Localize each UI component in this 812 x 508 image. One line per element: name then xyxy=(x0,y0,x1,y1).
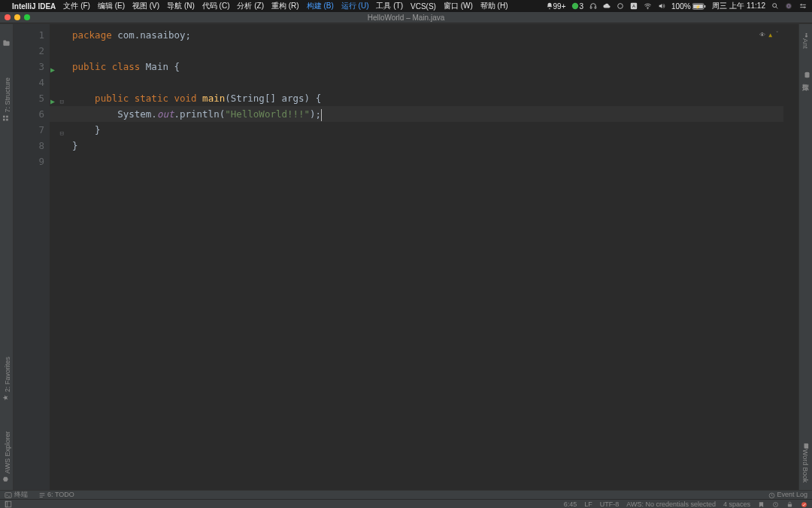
chevron-icon: ˇ xyxy=(775,27,779,43)
svg-point-15 xyxy=(804,7,805,8)
line-number: 1 xyxy=(14,27,44,43)
code-line: package com.nasaiboy; xyxy=(72,27,798,43)
indent-status[interactable]: 4 spaces xyxy=(723,500,750,508)
status-icon[interactable] xyxy=(801,500,807,507)
line-number: 9 xyxy=(14,154,44,169)
svg-point-14 xyxy=(801,5,802,6)
bell-icon[interactable]: 99+ xyxy=(546,2,566,11)
line-number: 8 xyxy=(14,138,44,154)
macos-menubar: IntelliJ IDEA 文件 (F) 编辑 (E) 视图 (V) 导航 (N… xyxy=(0,0,812,12)
line-number: 7⊟ xyxy=(14,122,44,138)
left-tool-strip: 7: Structure 2: Favorites AWS Explorer xyxy=(0,24,14,490)
todo-tool[interactable]: 6: TODO xyxy=(38,491,74,499)
circle-icon[interactable] xyxy=(617,2,624,10)
svg-rect-23 xyxy=(5,492,11,497)
cloud-icon[interactable] xyxy=(603,2,611,10)
lock-icon[interactable] xyxy=(786,500,793,507)
close-window[interactable] xyxy=(5,14,11,20)
ant-tool[interactable]: Ant xyxy=(801,32,810,49)
line-number: 3▶ xyxy=(14,59,44,75)
right-tool-strip: Ant 数据库 Word Book xyxy=(798,24,812,490)
project-icon[interactable] xyxy=(2,39,11,47)
menu-edit[interactable]: 编辑 (E) xyxy=(98,1,125,11)
svg-rect-18 xyxy=(6,119,8,121)
spotlight-icon[interactable] xyxy=(771,2,779,10)
menu-navigate[interactable]: 导航 (N) xyxy=(167,1,195,11)
line-number: 4 xyxy=(14,75,44,90)
code-line xyxy=(72,43,798,59)
wifi-icon[interactable] xyxy=(644,2,652,10)
notif-count: 99+ xyxy=(553,2,566,11)
window-controls xyxy=(5,14,30,20)
line-separator[interactable]: LF xyxy=(584,500,592,508)
window-title: HelloWorld – Main.java xyxy=(368,14,445,22)
volume-icon[interactable] xyxy=(658,2,665,10)
code-area[interactable]: 👁 ▲ ˇ package com.nasaiboy; public class… xyxy=(50,24,798,490)
wechat-count: 3 xyxy=(579,2,583,11)
bottom-tool-row: 终端 6: TODO Event Log xyxy=(0,490,812,499)
svg-rect-16 xyxy=(3,119,5,121)
menu-view[interactable]: 视图 (V) xyxy=(132,1,159,11)
status-icon[interactable] xyxy=(758,500,765,507)
code-editor[interactable]: 1 2 3▶ 4 5▶⊟ 6 7⊟ 8 9 👁 ▲ ˇ package com.… xyxy=(14,24,798,490)
cursor-position[interactable]: 6:45 xyxy=(564,500,577,508)
menu-build[interactable]: 构建 (B) xyxy=(307,1,334,11)
svg-rect-28 xyxy=(788,503,792,506)
headphone-icon[interactable] xyxy=(589,2,597,10)
svg-point-12 xyxy=(786,3,792,9)
menu-window[interactable]: 窗口 (W) xyxy=(444,1,473,11)
menu-code[interactable]: 代码 (C) xyxy=(202,1,230,11)
battery-indicator[interactable]: 100% ⚡ xyxy=(671,2,706,11)
window-titlebar: HelloWorld – Main.java xyxy=(0,12,812,23)
code-line: public static void main(String[] args) { xyxy=(72,90,798,106)
app-name[interactable]: IntelliJ IDEA xyxy=(12,2,56,11)
toolwindow-icon[interactable] xyxy=(5,500,12,508)
letter-a-icon[interactable]: A xyxy=(630,2,638,10)
line-number: 5▶⊟ xyxy=(14,90,44,106)
code-line-current: System.out.println("HelloWorld!!!"); xyxy=(50,106,783,122)
status-icon[interactable] xyxy=(772,500,779,507)
text-cursor xyxy=(321,109,322,121)
menu-run[interactable]: 运行 (U) xyxy=(341,1,369,11)
svg-point-3 xyxy=(618,4,623,9)
svg-rect-9 xyxy=(704,5,706,8)
warning-icon: ▲ xyxy=(768,27,772,43)
file-encoding[interactable]: UTF-8 xyxy=(600,500,620,508)
battery-pct: 100% xyxy=(671,2,691,11)
svg-rect-17 xyxy=(3,116,5,118)
wechat-icon[interactable]: 3 xyxy=(571,2,583,11)
inspection-widget[interactable]: 👁 ▲ ˇ xyxy=(759,27,779,43)
menu-analyze[interactable]: 分析 (Z) xyxy=(237,1,264,11)
event-log-tool[interactable]: Event Log xyxy=(768,491,807,498)
svg-rect-19 xyxy=(6,116,8,118)
menu-tools[interactable]: 工具 (T) xyxy=(376,1,403,11)
control-center-icon[interactable] xyxy=(798,2,807,10)
aws-explorer-tool[interactable]: AWS Explorer xyxy=(2,431,11,482)
svg-point-11 xyxy=(773,4,777,8)
svg-point-29 xyxy=(801,502,807,507)
wordbook-tool[interactable]: Word Book xyxy=(801,443,810,482)
zoom-window[interactable] xyxy=(24,14,30,20)
menu-vcs[interactable]: VCS(S) xyxy=(411,2,436,11)
menu-file[interactable]: 文件 (F) xyxy=(63,1,90,11)
svg-point-21 xyxy=(805,35,807,38)
menu-refactor[interactable]: 重构 (R) xyxy=(271,1,299,11)
structure-tool[interactable]: 7: Structure xyxy=(2,78,11,122)
siri-icon[interactable] xyxy=(785,2,792,10)
aws-status[interactable]: AWS: No credentials selected xyxy=(626,500,716,508)
clock[interactable]: 周三 上午 11:12 xyxy=(712,1,765,11)
code-line xyxy=(72,154,798,169)
minimize-window[interactable] xyxy=(14,14,20,20)
eye-icon: 👁 xyxy=(759,27,765,43)
favorites-tool[interactable]: 2: Favorites xyxy=(2,357,11,401)
code-line: } xyxy=(72,138,798,154)
gutter[interactable]: 1 2 3▶ 4 5▶⊟ 6 7⊟ 8 9 xyxy=(14,24,50,490)
database-tool[interactable]: 数据库 xyxy=(801,71,811,78)
svg-point-6 xyxy=(647,8,648,9)
menu-help[interactable]: 帮助 (H) xyxy=(480,1,508,11)
svg-rect-25 xyxy=(5,501,11,507)
svg-rect-26 xyxy=(5,501,8,507)
svg-point-20 xyxy=(806,33,807,35)
svg-point-0 xyxy=(572,3,578,9)
code-line xyxy=(72,75,798,90)
